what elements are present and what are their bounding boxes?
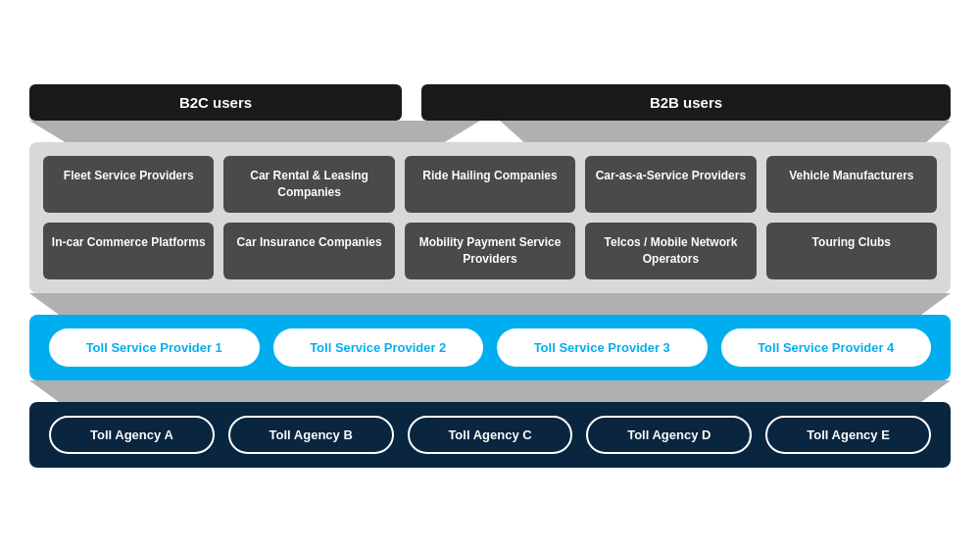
partner-telcos: Telcos / Mobile Network Operators [585, 223, 756, 279]
bottom-arrow [29, 380, 951, 402]
tsp-1: Toll Service Provider 1 [49, 328, 260, 367]
b2b-label: B2B users [421, 84, 951, 121]
partner-vehicle-mfg: Vehicle Manufacturers [766, 156, 937, 213]
svg-marker-0 [29, 121, 480, 142]
agency-a: Toll Agency A [49, 416, 215, 454]
diagram: B2C users B2B users Fleet Service Provid… [20, 84, 960, 467]
partner-incar: In-car Commerce Platforms [43, 223, 214, 279]
partner-mobility-payment: Mobility Payment Service Providers [405, 223, 575, 279]
b2b-arrow [500, 121, 951, 142]
user-labels-row: B2C users B2B users [20, 84, 960, 121]
partners-row-2: In-car Commerce Platforms Car Insurance … [43, 223, 937, 279]
agency-panel: Toll Agency A Toll Agency B Toll Agency … [29, 402, 951, 468]
partner-car-as-service: Car-as-a-Service Providers [585, 156, 756, 213]
top-arrow-row [20, 121, 960, 142]
partner-insurance: Car Insurance Companies [223, 223, 394, 279]
agency-b: Toll Agency B [228, 416, 394, 454]
partners-row-1: Fleet Service Providers Car Rental & Lea… [43, 156, 937, 213]
partner-touring: Touring Clubs [766, 223, 937, 279]
partner-ride-hailing: Ride Hailing Companies [405, 156, 575, 213]
agency-d: Toll Agency D [586, 416, 752, 454]
tsp-panel: Toll Service Provider 1 Toll Service Pro… [29, 315, 951, 380]
tsp-3: Toll Service Provider 3 [497, 328, 708, 367]
svg-marker-1 [500, 121, 951, 142]
b2c-arrow [29, 121, 480, 142]
partners-panel: Fleet Service Providers Car Rental & Lea… [29, 142, 951, 292]
partner-car-rental: Car Rental & Leasing Companies [223, 156, 394, 213]
mid-arrow [29, 293, 951, 315]
svg-marker-3 [29, 380, 951, 402]
agency-c: Toll Agency C [408, 416, 573, 454]
b2c-label: B2C users [29, 84, 402, 121]
agency-e: Toll Agency E [765, 416, 931, 454]
partner-fleet: Fleet Service Providers [43, 156, 214, 213]
tsp-2: Toll Service Provider 2 [273, 328, 484, 367]
tsp-4: Toll Service Provider 4 [721, 328, 932, 367]
svg-marker-2 [29, 293, 951, 315]
